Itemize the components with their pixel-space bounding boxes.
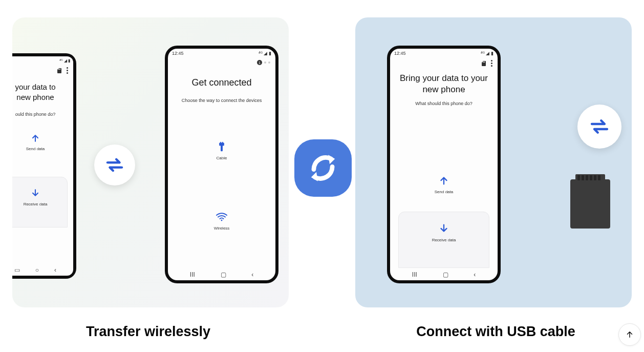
arrow-down-icon [438,222,449,234]
new-phone-mock: 12:45 ⁴ᴳ ◢ ▮ 1 Get connected Choose the … [165,46,278,283]
nav-bar: ▭ ○ ‹ [12,263,73,276]
cable-option[interactable]: Cable [216,141,227,160]
nav-home-icon[interactable]: ○ [35,266,39,274]
receive-data-label: Receive data [24,202,48,206]
screen-subtitle: What should this phone do? [390,100,498,107]
status-bar: 12:45 ⁴ᴳ ◢ ▮ [168,49,275,57]
sd-card-icon [56,68,62,74]
arrow-up-icon [30,133,40,143]
wireless-option[interactable]: Wireless [214,211,230,231]
svg-rect-2 [220,142,221,143]
receive-data-label: Receive data [432,238,456,242]
smart-switch-logo [294,139,352,197]
swap-icon [577,105,621,149]
signal-icons: ⁴ᴳ ◢ ▮ [481,51,493,56]
signal-icons: ⁴ᴳ ◢ ▮ [259,51,271,56]
nav-back-icon[interactable]: ‹ [474,271,476,278]
old-phone-mock: ⁴ᴳ ◢ ▮ your data to new phone ould this … [12,53,76,279]
step-3 [268,61,270,64]
clock: 12:45 [172,51,184,56]
nav-home-icon[interactable]: ▢ [443,271,448,278]
nav-back-icon[interactable]: ‹ [251,271,253,278]
svg-rect-0 [219,142,224,146]
cable-icon [216,141,227,153]
send-data-label: Send data [26,147,45,151]
screen-title: Get connected [168,77,275,88]
arrow-down-icon [30,188,40,198]
nav-recents-icon[interactable]: III [412,271,417,278]
captions-row: Transfer wirelessly Connect with USB cab… [0,324,644,340]
send-data-option[interactable]: Send data [435,175,453,194]
clock: 12:45 [394,51,406,56]
scroll-to-top-button[interactable] [618,323,641,346]
nav-recents-icon[interactable]: III [190,271,195,278]
receive-data-option[interactable]: Receive data [398,212,490,268]
step-1-active: 1 [257,60,262,65]
sd-card-icon [481,60,487,67]
arrow-up-icon [438,175,449,187]
new-phone-mock: 12:45 ⁴ᴳ ◢ ▮ Bring your data to your new… [387,46,501,283]
step-2 [264,61,266,64]
cable-label: Cable [217,156,227,160]
panel-connect-usb: 12:45 ⁴ᴳ ◢ ▮ Bring your data to your new… [355,17,632,307]
screen-title: Bring your data to your new phone [390,73,498,95]
wifi-icon [216,211,228,223]
svg-rect-1 [221,146,223,151]
nav-home-icon[interactable]: ▢ [221,271,226,278]
send-data-option[interactable]: Send data [26,133,45,151]
signal-icons: ⁴ᴳ ◢ ▮ [59,58,70,63]
screen-subtitle: Choose the way to connect the devices [168,97,275,104]
screen-subtitle: ould this phone do? [12,111,73,118]
svg-rect-3 [222,142,223,143]
sd-card-graphic [570,179,610,229]
app-header [390,57,498,70]
nav-bar: III ▢ ‹ [390,268,498,280]
screen-title: your data to new phone [12,82,73,102]
more-menu-icon[interactable] [491,60,492,67]
app-header [12,64,73,77]
status-bar: 12:45 ⁴ᴳ ◢ ▮ [390,49,498,57]
more-menu-icon[interactable] [67,67,68,74]
caption-usb: Connect with USB cable [348,324,644,340]
arrow-up-icon [625,330,634,339]
nav-recents-icon[interactable]: ▭ [14,266,20,274]
nav-back-icon[interactable]: ‹ [54,266,56,274]
status-bar: ⁴ᴳ ◢ ▮ [12,56,73,64]
send-data-label: Send data [435,190,453,194]
step-indicator: 1 [168,57,275,68]
svg-point-4 [221,219,223,221]
caption-wireless: Transfer wirelessly [0,324,296,340]
nav-bar: III ▢ ‹ [168,268,275,280]
swap-icon [94,144,135,185]
wireless-label: Wireless [214,226,230,231]
panel-transfer-wirelessly: ⁴ᴳ ◢ ▮ your data to new phone ould this … [12,17,289,307]
receive-data-option[interactable]: Receive data [12,177,68,227]
